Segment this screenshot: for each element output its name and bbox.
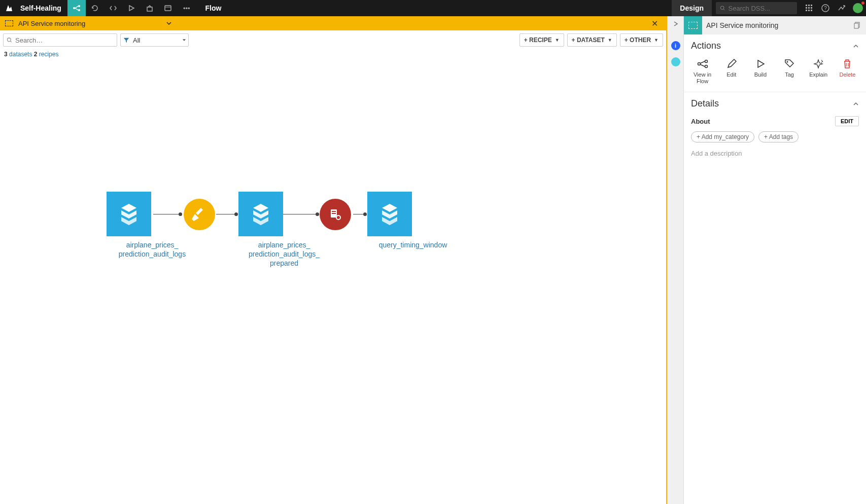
- svg-point-2: [78, 9, 80, 11]
- build-button[interactable]: Build: [747, 58, 774, 85]
- svg-rect-23: [332, 213, 336, 214]
- filter-label: All: [133, 37, 179, 44]
- svg-rect-27: [854, 23, 858, 28]
- edit-button[interactable]: Edit: [718, 58, 745, 85]
- tag-button[interactable]: Tag: [776, 58, 803, 85]
- dataset-node[interactable]: airplane_prices_ prediction_audit_logs_ …: [238, 192, 330, 268]
- zone-icon: [5, 20, 13, 26]
- dataset-icon: [116, 201, 142, 227]
- info-tab-icon[interactable]: i: [670, 40, 682, 52]
- flow-nav-icon[interactable]: [67, 0, 86, 16]
- svg-line-20: [11, 41, 12, 42]
- recipes-link[interactable]: recipes: [39, 51, 59, 58]
- view-in-flow-button[interactable]: View in Flow: [689, 58, 716, 85]
- search-icon: [7, 37, 12, 43]
- edit-details-button[interactable]: EDIT: [835, 116, 859, 126]
- svg-point-30: [705, 65, 707, 68]
- add-category-pill[interactable]: + Add my_category: [691, 131, 754, 142]
- details-section-header: Details: [684, 92, 866, 112]
- panel-title: API Service monitoring: [706, 21, 850, 29]
- filter-dropdown[interactable]: All: [120, 33, 189, 47]
- svg-rect-13: [811, 7, 812, 9]
- svg-rect-16: [811, 10, 812, 11]
- node-label: airplane_prices_ prediction_audit_logs_ …: [238, 240, 330, 268]
- dataset-icon: [377, 201, 402, 227]
- apps-icon[interactable]: [801, 0, 817, 16]
- explain-button[interactable]: Explain: [805, 58, 832, 85]
- description-placeholder[interactable]: Add a description: [691, 150, 859, 157]
- deploy-nav-icon[interactable]: [141, 0, 159, 16]
- zone-close-icon[interactable]: ✕: [648, 19, 661, 28]
- flow-view-icon: [697, 58, 708, 69]
- zone-bar: API Service monitoring ✕: [0, 16, 666, 30]
- sparkle-icon: [813, 58, 824, 69]
- mode-label[interactable]: Design: [672, 0, 712, 16]
- svg-point-29: [705, 60, 707, 63]
- svg-rect-15: [808, 10, 810, 11]
- collapse-actions-icon[interactable]: [853, 43, 859, 49]
- broom-icon: [191, 206, 208, 223]
- actions-section-header: Actions: [684, 34, 866, 54]
- global-search-input[interactable]: [729, 5, 793, 12]
- more-nav-icon[interactable]: •••: [177, 5, 196, 12]
- code-nav-icon[interactable]: [104, 0, 122, 16]
- svg-text:?: ?: [824, 6, 827, 11]
- top-bar: Self-Healing ••• Flow Design ?: [0, 0, 866, 16]
- user-avatar[interactable]: [850, 0, 866, 16]
- pencil-icon: [726, 58, 737, 69]
- datasets-link[interactable]: datasets: [9, 51, 32, 58]
- prepare-recipe-node[interactable]: [184, 199, 215, 230]
- svg-point-1: [78, 5, 80, 7]
- svg-rect-22: [332, 211, 336, 212]
- svg-rect-4: [165, 6, 171, 11]
- flow-canvas[interactable]: airplane_prices_ prediction_audit_logs a…: [0, 60, 666, 504]
- logo-icon[interactable]: [0, 0, 18, 16]
- svg-rect-10: [811, 5, 812, 6]
- play-nav-icon[interactable]: [122, 0, 141, 16]
- svg-rect-14: [806, 10, 807, 11]
- discussions-tab-icon[interactable]: [670, 56, 682, 68]
- svg-rect-3: [147, 7, 152, 11]
- flow-search-input[interactable]: [15, 37, 114, 44]
- dataset-icon: [248, 201, 273, 227]
- svg-rect-8: [806, 5, 807, 6]
- zone-dropdown-icon[interactable]: [166, 21, 171, 26]
- project-name[interactable]: Self-Healing: [18, 4, 67, 12]
- delete-button[interactable]: Delete: [834, 58, 861, 85]
- svg-rect-9: [808, 5, 810, 6]
- add-dataset-button[interactable]: + DATASET▼: [567, 33, 617, 47]
- node-label: airplane_prices_ prediction_audit_logs: [107, 240, 198, 259]
- counts-line: 3 datasets 2 recipes: [0, 50, 666, 60]
- add-other-button[interactable]: + OTHER▼: [620, 33, 663, 47]
- right-rail: i: [667, 16, 683, 504]
- dataset-node[interactable]: query_timing_window: [367, 192, 459, 249]
- svg-point-0: [73, 7, 75, 9]
- tag-icon: [784, 58, 795, 69]
- actions-row: View in Flow Edit Build Tag Explain Dele…: [684, 54, 866, 92]
- refresh-nav-icon[interactable]: [86, 0, 104, 16]
- collapse-details-icon[interactable]: [853, 101, 859, 107]
- svg-point-28: [698, 63, 700, 65]
- flow-search[interactable]: [3, 33, 117, 47]
- actions-title: Actions: [691, 41, 853, 51]
- add-recipe-button[interactable]: + RECIPE▼: [519, 33, 564, 47]
- copy-icon[interactable]: [854, 22, 861, 29]
- zone-badge-icon: [684, 16, 702, 34]
- play-icon: [755, 58, 766, 69]
- zone-name[interactable]: API Service monitoring: [18, 20, 85, 27]
- help-icon[interactable]: ?: [817, 0, 834, 16]
- window-icon: [328, 207, 343, 222]
- window-recipe-node[interactable]: [320, 199, 351, 230]
- dataset-node[interactable]: airplane_prices_ prediction_audit_logs: [107, 192, 198, 259]
- collapse-panel-icon[interactable]: [672, 20, 679, 27]
- svg-point-19: [7, 38, 11, 42]
- about-label: About: [691, 118, 835, 125]
- svg-point-31: [787, 61, 788, 63]
- add-tags-pill[interactable]: + Add tags: [758, 131, 799, 142]
- chevron-down-icon: [182, 38, 186, 42]
- global-search[interactable]: [716, 2, 797, 14]
- activity-icon[interactable]: [834, 0, 850, 16]
- dashboard-nav-icon[interactable]: [159, 0, 177, 16]
- svg-line-7: [723, 9, 724, 10]
- flow-toolbar: All + RECIPE▼ + DATASET▼ + OTHER▼: [0, 30, 666, 50]
